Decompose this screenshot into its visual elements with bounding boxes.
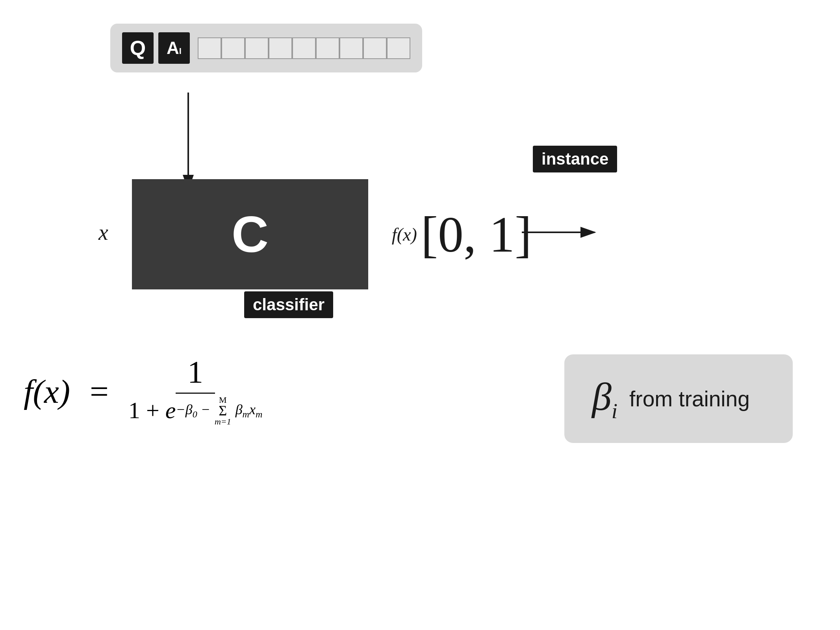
formula-equals: = bbox=[90, 372, 109, 411]
classifier-c-box: C bbox=[132, 179, 368, 289]
exponent-block: −β0 − M Σ m=1 βmxm bbox=[176, 395, 262, 427]
formula-fraction: 1 1 + e −β0 − M Σ m=1 βmxm bbox=[128, 354, 262, 429]
qa-cells bbox=[198, 37, 410, 59]
instance-label: instance bbox=[533, 146, 617, 172]
denominator-base: 1 + e bbox=[128, 397, 176, 423]
formula-section: f(x) = 1 1 + e −β0 − M Σ m=1 βmxm bbox=[24, 354, 262, 429]
formula-lhs: f(x) bbox=[24, 372, 70, 411]
c-label: C bbox=[232, 205, 269, 264]
a-box: AI bbox=[158, 32, 190, 64]
sigma-symbol: Σ bbox=[219, 405, 227, 417]
classifier-tag-label: classifier bbox=[244, 291, 333, 318]
x-variable-label: x bbox=[98, 220, 108, 245]
qa-cell-2 bbox=[221, 37, 245, 59]
qa-cell-7 bbox=[339, 37, 363, 59]
beta-symbol: βi bbox=[592, 374, 617, 423]
fx-label: f(x) bbox=[392, 224, 417, 245]
sum-bottom: m=1 bbox=[215, 417, 231, 427]
qa-cell-5 bbox=[292, 37, 316, 59]
math-formula: f(x) = 1 1 + e −β0 − M Σ m=1 βmxm bbox=[24, 354, 262, 429]
qa-cell-8 bbox=[363, 37, 387, 59]
output-section: f(x) [0, 1] bbox=[392, 209, 532, 260]
a-subscript: I bbox=[179, 46, 182, 56]
qa-cell-6 bbox=[316, 37, 339, 59]
qa-cell-3 bbox=[245, 37, 269, 59]
q-box: Q bbox=[122, 32, 154, 64]
summation-symbol: M Σ m=1 bbox=[215, 395, 231, 427]
qa-cell-9 bbox=[387, 37, 410, 59]
formula-denominator: 1 + e −β0 − M Σ m=1 βmxm bbox=[128, 394, 262, 429]
a-label: A bbox=[167, 38, 179, 58]
output-range: [0, 1] bbox=[421, 209, 532, 260]
qa-cell-4 bbox=[269, 37, 292, 59]
from-training-text: from training bbox=[629, 386, 750, 411]
qa-bar: Q AI bbox=[110, 24, 422, 72]
qa-cell-1 bbox=[198, 37, 221, 59]
beta-training-box: βi from training bbox=[564, 354, 793, 443]
formula-numerator: 1 bbox=[176, 354, 215, 394]
